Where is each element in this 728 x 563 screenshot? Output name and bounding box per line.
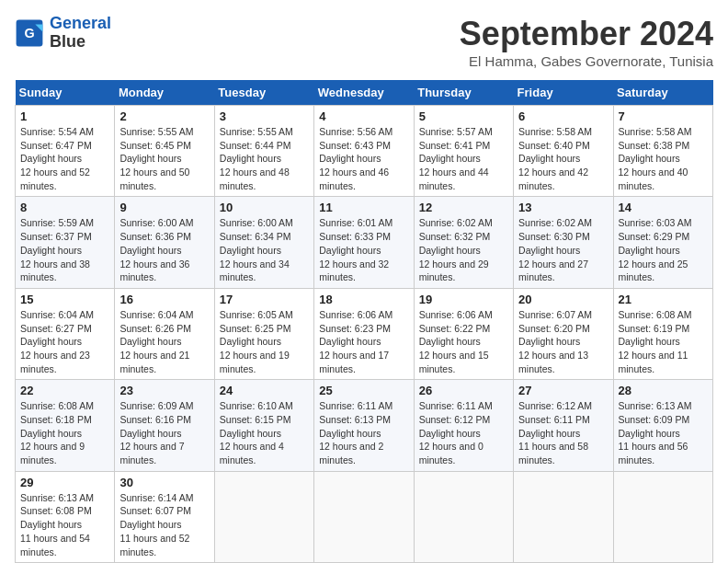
calendar-week-row: 22 Sunrise: 6:08 AMSunset: 6:18 PMDaylig…	[16, 380, 713, 471]
day-info: Sunrise: 6:10 AMSunset: 6:15 PMDaylight …	[220, 399, 309, 466]
table-row: 7 Sunrise: 5:58 AMSunset: 6:38 PMDayligh…	[613, 106, 712, 197]
table-row: 28 Sunrise: 6:13 AMSunset: 6:09 PMDaylig…	[613, 380, 712, 471]
day-info: Sunrise: 5:56 AMSunset: 6:43 PMDaylight …	[319, 125, 408, 192]
table-row	[314, 471, 414, 562]
header-friday: Friday	[514, 80, 613, 106]
day-info: Sunrise: 6:06 AMSunset: 6:23 PMDaylight …	[319, 308, 408, 375]
day-info: Sunrise: 5:55 AMSunset: 6:44 PMDaylight …	[220, 125, 309, 192]
location-subtitle: El Hamma, Gabes Governorate, Tunisia	[460, 53, 713, 69]
day-number: 29	[20, 476, 109, 489]
table-row	[414, 471, 513, 562]
day-number: 30	[119, 476, 209, 489]
day-info: Sunrise: 6:12 AMSunset: 6:11 PMDaylight …	[518, 399, 608, 466]
table-row: 14 Sunrise: 6:03 AMSunset: 6:29 PMDaylig…	[613, 197, 712, 288]
day-info: Sunrise: 6:01 AMSunset: 6:33 PMDaylight …	[319, 216, 408, 283]
day-number: 8	[20, 201, 109, 214]
day-info: Sunrise: 6:04 AMSunset: 6:27 PMDaylight …	[20, 308, 109, 375]
day-info: Sunrise: 6:02 AMSunset: 6:30 PMDaylight …	[518, 216, 608, 283]
table-row	[613, 471, 712, 562]
header-tuesday: Tuesday	[214, 80, 313, 106]
calendar-week-row: 1 Sunrise: 5:54 AMSunset: 6:47 PMDayligh…	[16, 106, 713, 197]
day-number: 20	[518, 293, 608, 306]
day-number: 16	[119, 293, 209, 306]
calendar-table: Sunday Monday Tuesday Wednesday Thursday…	[15, 80, 713, 563]
table-row: 15 Sunrise: 6:04 AMSunset: 6:27 PMDaylig…	[16, 288, 115, 379]
day-number: 18	[319, 293, 408, 306]
day-info: Sunrise: 6:11 AMSunset: 6:13 PMDaylight …	[319, 399, 408, 466]
table-row: 3 Sunrise: 5:55 AMSunset: 6:44 PMDayligh…	[214, 106, 313, 197]
day-number: 28	[619, 384, 708, 397]
day-info: Sunrise: 6:04 AMSunset: 6:26 PMDaylight …	[119, 308, 209, 375]
header-saturday: Saturday	[613, 80, 712, 106]
table-row: 6 Sunrise: 5:58 AMSunset: 6:40 PMDayligh…	[514, 106, 613, 197]
day-info: Sunrise: 6:00 AMSunset: 6:34 PMDaylight …	[220, 216, 309, 283]
day-info: Sunrise: 6:09 AMSunset: 6:16 PMDaylight …	[119, 399, 209, 466]
day-number: 1	[20, 109, 109, 123]
day-number: 5	[419, 109, 508, 123]
day-number: 21	[619, 293, 708, 306]
table-row: 16 Sunrise: 6:04 AMSunset: 6:26 PMDaylig…	[115, 288, 214, 379]
day-info: Sunrise: 6:05 AMSunset: 6:25 PMDaylight …	[220, 308, 309, 375]
day-info: Sunrise: 6:13 AMSunset: 6:09 PMDaylight …	[619, 399, 708, 466]
day-number: 15	[20, 293, 109, 306]
day-info: Sunrise: 6:13 AMSunset: 6:08 PMDaylight …	[20, 491, 109, 558]
day-number: 11	[319, 201, 408, 214]
day-number: 7	[619, 109, 708, 123]
header-wednesday: Wednesday	[314, 80, 414, 106]
table-row: 5 Sunrise: 5:57 AMSunset: 6:41 PMDayligh…	[414, 106, 513, 197]
day-number: 2	[119, 109, 209, 123]
table-row: 4 Sunrise: 5:56 AMSunset: 6:43 PMDayligh…	[314, 106, 414, 197]
day-info: Sunrise: 6:06 AMSunset: 6:22 PMDaylight …	[419, 308, 508, 375]
weekday-header-row: Sunday Monday Tuesday Wednesday Thursday…	[16, 80, 713, 106]
day-number: 17	[220, 293, 309, 306]
day-info: Sunrise: 5:54 AMSunset: 6:47 PMDaylight …	[20, 125, 109, 192]
day-number: 6	[518, 109, 608, 123]
day-info: Sunrise: 5:59 AMSunset: 6:37 PMDaylight …	[20, 216, 109, 283]
header-monday: Monday	[115, 80, 214, 106]
day-info: Sunrise: 5:58 AMSunset: 6:40 PMDaylight …	[518, 125, 608, 192]
table-row	[214, 471, 313, 562]
day-info: Sunrise: 5:55 AMSunset: 6:45 PMDaylight …	[119, 125, 209, 192]
day-number: 24	[220, 384, 309, 397]
calendar-week-row: 29 Sunrise: 6:13 AMSunset: 6:08 PMDaylig…	[16, 471, 713, 562]
day-number: 13	[518, 201, 608, 214]
day-info: Sunrise: 5:57 AMSunset: 6:41 PMDaylight …	[419, 125, 508, 192]
svg-text:G: G	[24, 26, 34, 40]
calendar-week-row: 8 Sunrise: 5:59 AMSunset: 6:37 PMDayligh…	[16, 197, 713, 288]
day-number: 3	[220, 109, 309, 123]
day-number: 4	[319, 109, 408, 123]
table-row: 20 Sunrise: 6:07 AMSunset: 6:20 PMDaylig…	[514, 288, 613, 379]
table-row: 23 Sunrise: 6:09 AMSunset: 6:16 PMDaylig…	[115, 380, 214, 471]
table-row: 11 Sunrise: 6:01 AMSunset: 6:33 PMDaylig…	[314, 197, 414, 288]
table-row: 30 Sunrise: 6:14 AMSunset: 6:07 PMDaylig…	[115, 471, 214, 562]
logo-text: GeneralBlue	[50, 15, 111, 52]
table-row: 27 Sunrise: 6:12 AMSunset: 6:11 PMDaylig…	[514, 380, 613, 471]
day-number: 10	[220, 201, 309, 214]
day-number: 25	[319, 384, 408, 397]
table-row: 25 Sunrise: 6:11 AMSunset: 6:13 PMDaylig…	[314, 380, 414, 471]
table-row: 29 Sunrise: 6:13 AMSunset: 6:08 PMDaylig…	[16, 471, 115, 562]
day-info: Sunrise: 6:03 AMSunset: 6:29 PMDaylight …	[619, 216, 708, 283]
logo: G GeneralBlue	[15, 15, 111, 52]
day-info: Sunrise: 6:07 AMSunset: 6:20 PMDaylight …	[518, 308, 608, 375]
table-row: 22 Sunrise: 6:08 AMSunset: 6:18 PMDaylig…	[16, 380, 115, 471]
table-row: 21 Sunrise: 6:08 AMSunset: 6:19 PMDaylig…	[613, 288, 712, 379]
day-number: 23	[119, 384, 209, 397]
day-number: 27	[518, 384, 608, 397]
day-number: 9	[119, 201, 209, 214]
day-number: 19	[419, 293, 508, 306]
day-info: Sunrise: 6:11 AMSunset: 6:12 PMDaylight …	[419, 399, 508, 466]
page-header: G GeneralBlue September 2024 El Hamma, G…	[15, 15, 713, 69]
table-row: 13 Sunrise: 6:02 AMSunset: 6:30 PMDaylig…	[514, 197, 613, 288]
day-number: 26	[419, 384, 508, 397]
table-row: 8 Sunrise: 5:59 AMSunset: 6:37 PMDayligh…	[16, 197, 115, 288]
day-number: 12	[419, 201, 508, 214]
title-block: September 2024 El Hamma, Gabes Governora…	[460, 15, 713, 69]
day-info: Sunrise: 6:08 AMSunset: 6:19 PMDaylight …	[619, 308, 708, 375]
table-row: 24 Sunrise: 6:10 AMSunset: 6:15 PMDaylig…	[214, 380, 313, 471]
month-year-title: September 2024	[460, 15, 713, 53]
day-number: 14	[619, 201, 708, 214]
table-row	[514, 471, 613, 562]
table-row: 2 Sunrise: 5:55 AMSunset: 6:45 PMDayligh…	[115, 106, 214, 197]
day-info: Sunrise: 6:02 AMSunset: 6:32 PMDaylight …	[419, 216, 508, 283]
